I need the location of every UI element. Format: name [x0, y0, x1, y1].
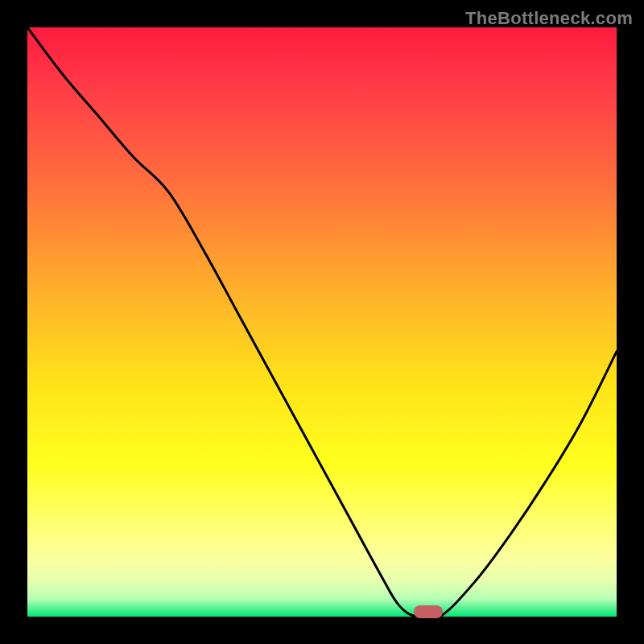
plot-area: [27, 27, 617, 617]
bottleneck-curve: [27, 27, 617, 617]
optimal-marker: [414, 605, 443, 618]
curve-path: [27, 27, 617, 620]
chart-container: TheBottleneck.com: [0, 0, 644, 644]
watermark-text: TheBottleneck.com: [465, 8, 633, 29]
